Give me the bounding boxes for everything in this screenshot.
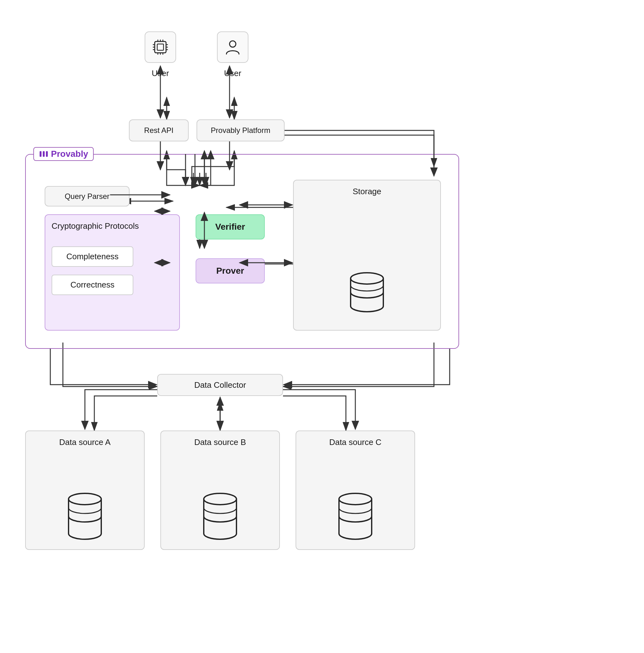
provably-container: Provably Query Parser Cryptographic Prot… [25, 154, 459, 349]
data-source-c-db-icon [330, 486, 381, 549]
prover-label: Prover [216, 266, 244, 276]
rest-api-label: Rest API [144, 126, 173, 135]
data-source-a-box: Data source A [25, 431, 145, 550]
prover-box: Prover [196, 258, 265, 284]
storage-label: Storage [294, 187, 440, 196]
person-icon [224, 38, 242, 56]
user-api-box: User [145, 31, 176, 78]
storage-box: Storage [293, 180, 441, 331]
data-source-b-db-icon [195, 486, 245, 549]
data-source-c-label: Data source C [329, 437, 382, 447]
data-collector-box: Data Collector [157, 374, 283, 396]
user-platform-icon-box [217, 31, 248, 63]
query-parser-box: Query Parser [45, 186, 130, 207]
svg-point-28 [230, 41, 236, 47]
svg-point-33 [69, 493, 101, 505]
svg-point-34 [204, 493, 236, 505]
user-api-icon-box [145, 31, 176, 63]
data-source-a-label: Data source A [59, 437, 110, 447]
crypto-protocols-label: Cryptographic Protocols [51, 221, 173, 231]
user-platform-box: User [217, 31, 248, 78]
svg-rect-15 [157, 44, 163, 50]
svg-rect-30 [43, 151, 45, 157]
verifier-box: Verifier [196, 214, 265, 239]
svg-point-32 [351, 273, 383, 284]
query-parser-label: Query Parser [65, 192, 110, 201]
svg-rect-29 [40, 151, 42, 157]
correctness-box: Correctness [51, 275, 133, 295]
rest-api-box: Rest API [129, 119, 189, 141]
provably-logo-icon [39, 149, 48, 159]
data-source-b-label: Data source B [194, 437, 246, 447]
data-source-a-db-icon [60, 486, 110, 549]
user-api-label: User [152, 69, 169, 78]
diagram-container: User User Rest API Provably Platform Pro… [0, 0, 644, 653]
provably-platform-box: Provably Platform [197, 119, 284, 141]
svg-rect-31 [46, 151, 48, 157]
user-platform-label: User [224, 69, 242, 78]
storage-db-icon [342, 267, 392, 317]
data-collector-label: Data Collector [194, 380, 246, 390]
verifier-label: Verifier [215, 222, 245, 232]
svg-point-35 [339, 493, 372, 505]
completeness-label: Completeness [66, 252, 118, 262]
provably-logo-text: Provably [51, 149, 88, 159]
provably-platform-label: Provably Platform [211, 126, 270, 135]
provably-logo: Provably [33, 147, 94, 161]
completeness-box: Completeness [51, 246, 133, 267]
correctness-label: Correctness [70, 280, 114, 290]
data-source-b-box: Data source B [160, 431, 280, 550]
data-source-c-box: Data source C [296, 431, 415, 550]
svg-rect-14 [155, 42, 166, 53]
crypto-protocols-box: Cryptographic Protocols Completeness Cor… [45, 214, 180, 331]
chip-icon [152, 38, 169, 56]
